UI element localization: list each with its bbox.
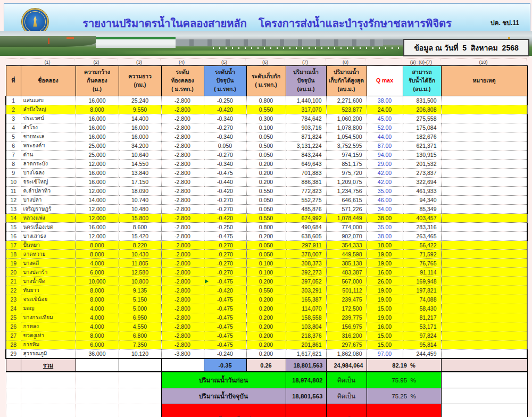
cell-current-volume: 3,131,224 xyxy=(286,141,326,151)
cell-length: 16.000 xyxy=(119,132,161,141)
cell-row-number: 4 xyxy=(6,123,21,132)
cell-receivable: 206,808 xyxy=(403,105,441,114)
cell-current-level: -0.270 xyxy=(204,250,246,259)
cell-bed-level: -2.800 xyxy=(161,241,204,250)
cell-bed-level: -2.800 xyxy=(161,286,204,295)
cell-qmax: 44.00 xyxy=(367,132,403,141)
cell-row-number: 14 xyxy=(6,214,21,223)
cell-length: 7.350 xyxy=(119,340,161,349)
column-number-label: (4) xyxy=(160,59,203,65)
cell-qmax: 34.00 xyxy=(367,205,403,214)
summary-prev-calc-label: คิดเป็น xyxy=(326,372,367,388)
cell-length: 8.600 xyxy=(119,223,161,232)
cell-length: 9.550 xyxy=(119,105,161,114)
summary-current-value: 18,801,563 xyxy=(286,388,326,404)
cell-bed-level: -2.800 xyxy=(161,259,204,268)
cell-receivable: 58,430 xyxy=(403,304,441,313)
cell-current-level: -0.420 xyxy=(204,105,246,114)
doc-code: ปค. ชป.11 xyxy=(491,18,519,28)
cell-max-volume: 1,060,200 xyxy=(326,114,367,123)
cell-canal-name: มอญ xyxy=(21,304,76,313)
cell-current-level: -0.250 xyxy=(204,223,246,232)
cell-remark xyxy=(441,223,527,232)
column-number-label: (5) xyxy=(203,59,246,65)
cell-max-volume: 1,078,800 xyxy=(326,123,367,132)
total-avg-retention: 0.26 xyxy=(246,358,286,372)
cell-current-volume: 218,376 xyxy=(286,331,326,340)
cell-max-volume: 1,078,449 xyxy=(326,214,367,223)
cell-canal-name: ประเวศน์ xyxy=(21,114,76,123)
cell-current-volume: 485,876 xyxy=(286,205,326,214)
cell-canal-name: นครเนื่องเขต xyxy=(21,223,76,232)
cell-bed-level: -2.800 xyxy=(161,114,204,123)
cell-bottom-width: 4.000 xyxy=(76,322,119,331)
cell-remark xyxy=(441,322,527,331)
cell-current-level: -0.270 xyxy=(204,196,246,205)
cell-remark xyxy=(441,241,527,250)
cell-max-volume: 239,775 xyxy=(326,313,367,322)
cell-qmax: 15.00 xyxy=(367,331,403,340)
table-row: 25 บางกระเทียม 4.000 6.950 -2.800 -0.475… xyxy=(6,313,527,322)
cell-length: 18.090 xyxy=(119,187,161,196)
table-row: 5 ชายทะเล 16.000 16.000 -2.800 -0.340 0.… xyxy=(6,132,527,141)
cell-length: 10.800 xyxy=(119,277,161,286)
table-row: 20 บางปลาร้า 6.000 12.580 -2.800 -0.270 … xyxy=(6,268,527,277)
cell-qmax: 45.00 xyxy=(367,114,403,123)
cell-bottom-width: 4.000 xyxy=(76,313,119,322)
cell-canal-name: ค.ลำปลาทิว xyxy=(21,187,76,196)
cell-row-number: 12 xyxy=(6,196,21,205)
cell-remark xyxy=(441,169,527,178)
cell-receivable: 56,422 xyxy=(403,241,441,250)
cell-remark xyxy=(441,187,527,196)
cell-bottom-width: 6.000 xyxy=(76,340,119,349)
cell-qmax: 97.00 xyxy=(367,349,403,359)
column-numbers-row: (1) (2) (3) (4) (5) (6) (7) (8) (9)=(8)-… xyxy=(5,59,527,65)
cell-qmax: 42.00 xyxy=(367,178,403,187)
cell-remark xyxy=(441,277,527,286)
table-row: 23 จระเข้น้อย 8.000 5.150 -2.800 -0.475 … xyxy=(6,295,527,304)
cell-receivable: 322,694 xyxy=(403,178,441,187)
cell-receivable: 273,837 xyxy=(403,169,441,178)
cell-bottom-width: 12.000 xyxy=(76,214,119,223)
cell-remark xyxy=(441,151,527,160)
cell-receivable: 461,933 xyxy=(403,187,441,196)
column-number-label: (10) xyxy=(440,59,527,65)
cell-length: 8.220 xyxy=(119,241,161,250)
cell-bed-level: -2.800 xyxy=(161,223,204,232)
cell-current-level: 0.050 xyxy=(204,141,246,151)
cell-current-volume: 871,824 xyxy=(286,132,326,141)
cell-max-volume: 316,200 xyxy=(326,331,367,340)
cell-row-number: 7 xyxy=(6,151,21,160)
header-bottom-width: ความกว้าง ก้นคลอง (ม.) xyxy=(76,66,119,96)
cell-row-number: 24 xyxy=(6,304,21,313)
cell-current-volume: 165,387 xyxy=(286,295,326,304)
cell-remark xyxy=(441,259,527,268)
header-current-volume: ปริมาณน้ำ ปัจจุบัน (ลบ.ม.) xyxy=(286,66,326,96)
cell-row-number: 9 xyxy=(6,169,21,178)
cell-retention-level: 0.200 xyxy=(246,169,286,178)
cell-retention-level: 0.200 xyxy=(246,331,286,340)
cell-canal-name: กาหลง xyxy=(21,322,76,331)
cell-qmax: 26.00 xyxy=(367,277,403,286)
cell-canal-name: สุวรรณภูมิ xyxy=(21,349,76,359)
cell-bottom-width: 36.000 xyxy=(76,349,119,359)
header-canal-name: ชื่อคลอง xyxy=(21,66,76,96)
cell-qmax: 15.00 xyxy=(367,304,403,313)
cell-bottom-width: 16.000 xyxy=(76,223,119,232)
cell-bottom-width: 25.000 xyxy=(76,141,119,151)
header-qmax: Q max xyxy=(367,66,403,96)
cell-length: 12.580 xyxy=(119,268,161,277)
cell-current-volume: 378,007 xyxy=(286,250,326,259)
cell-current-level: -0.340 xyxy=(204,160,246,169)
cell-length: 10.480 xyxy=(119,205,161,214)
cell-current-level: -0.475 xyxy=(204,295,246,304)
header-max-volume: ปริมาณน้ำ เก็บกักได้สูงสุด (ลบ.ม.) xyxy=(326,66,367,96)
cell-qmax: 38.00 xyxy=(367,232,403,241)
cell-row-number: 25 xyxy=(6,313,21,322)
cell-row-number: 16 xyxy=(6,232,21,241)
table-row: 13 เจริญราษฎร์ 12.000 10.480 -2.800 -0.2… xyxy=(6,205,527,214)
total-row: รวม -0.35 0.26 18,801,563 24,984,064 82.… xyxy=(6,358,527,372)
table-row: 14 หลวงแพ่ง 12.000 15.800 -2.800 -0.420 … xyxy=(6,214,527,223)
cell-current-volume: 392,273 xyxy=(286,268,326,277)
cell-max-volume: 172,500 xyxy=(326,304,367,313)
